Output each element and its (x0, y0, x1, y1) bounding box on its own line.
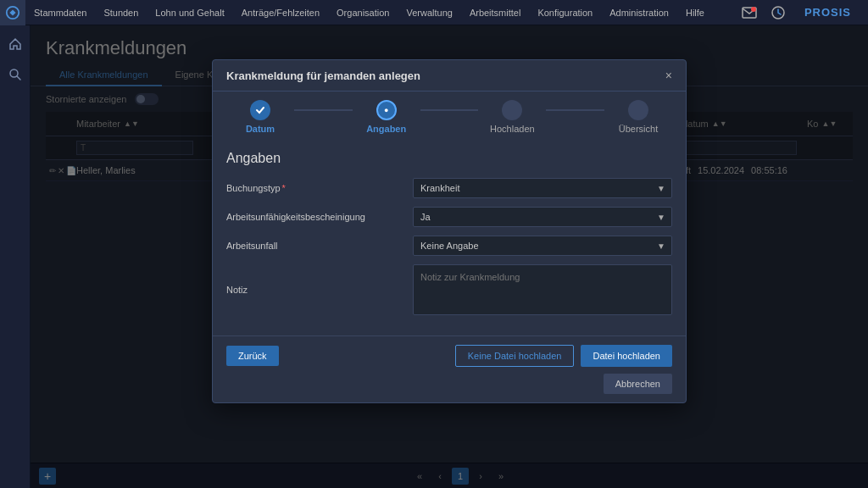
notiz-textarea[interactable] (413, 264, 672, 315)
select-au[interactable]: Ja Nein (413, 207, 672, 227)
step-datum-label: Datum (246, 124, 275, 134)
modal-header: Krankmeldung für jemanden anlegen × (213, 60, 686, 92)
step-angaben-label: Angaben (366, 124, 406, 134)
step-uebersicht-dot[interactable] (628, 100, 648, 120)
label-notiz: Notiz (226, 285, 413, 295)
step-datum-dot[interactable] (250, 100, 270, 120)
modal-body: Angaben Buchungstyp Krankheit Unfall ▼ (213, 139, 686, 336)
sidebar-search-icon[interactable] (3, 63, 27, 86)
field-au: Arbeitsunfähigkeitsbescheinigung Ja Nein… (226, 207, 672, 227)
nav-hilfe[interactable]: Hilfe (677, 0, 713, 25)
back-button[interactable]: Zurück (226, 346, 279, 366)
svg-point-2 (751, 7, 756, 12)
step-line-3 (546, 109, 604, 111)
step-datum: Datum (226, 100, 294, 134)
modal-title: Krankmeldung für jemanden anlegen (226, 69, 420, 82)
select-arbeitsunfall-wrapper: Keine Angabe Ja Nein ▼ (413, 236, 672, 256)
select-au-wrapper: Ja Nein ▼ (413, 207, 672, 227)
cancel-button[interactable]: Abbrechen (604, 374, 672, 394)
nav-stunden[interactable]: Stunden (95, 0, 147, 25)
select-buchungstyp-wrapper: Krankheit Unfall ▼ (413, 178, 672, 198)
nav-stammdaten[interactable]: Stammdaten (25, 0, 95, 25)
nav-lohn[interactable]: Lohn und Gehalt (147, 0, 232, 25)
select-buchungstyp[interactable]: Krankheit Unfall (413, 178, 672, 198)
upload-button[interactable]: Datei hochladen (581, 345, 672, 367)
step-hochladen-label: Hochladen (490, 124, 535, 134)
step-hochladen: Hochladen (478, 100, 546, 134)
step-hochladen-dot[interactable] (502, 100, 522, 120)
nav-konfiguration[interactable]: Konfiguration (529, 0, 601, 25)
main-content: Krankmeldungen Alle Krankmeldungen Eigen… (31, 25, 868, 488)
brand-label: PROSIS (796, 6, 860, 19)
step-uebersicht-label: Übersicht (619, 124, 658, 134)
label-buchungstyp: Buchungstyp (226, 183, 413, 193)
modal-overlay: Krankmeldung für jemanden anlegen × Datu… (31, 25, 868, 488)
step-line-1 (294, 109, 353, 111)
label-au: Arbeitsunfähigkeitsbescheinigung (226, 212, 413, 222)
clock-icon[interactable] (767, 2, 789, 24)
modal-steps: Datum ● Angaben Hochladen (213, 92, 686, 139)
app-logo[interactable] (0, 0, 25, 25)
modal: Krankmeldung für jemanden anlegen × Datu… (212, 59, 687, 403)
sidebar (0, 25, 31, 488)
topnav-items: Stammdaten Stunden Lohn und Gehalt Anträ… (25, 0, 730, 25)
sidebar-home-icon[interactable] (3, 32, 27, 56)
step-line-2 (420, 109, 479, 111)
mail-icon[interactable] (738, 2, 760, 24)
field-buchungstyp: Buchungstyp Krankheit Unfall ▼ (226, 178, 672, 198)
step-angaben: ● Angaben (353, 100, 420, 134)
nav-organisation[interactable]: Organisation (328, 0, 398, 25)
nav-administration[interactable]: Administration (601, 0, 677, 25)
nav-arbeitsmittel[interactable]: Arbeitsmittel (461, 0, 530, 25)
modal-footer: Zurück Keine Datei hochladen Datei hochl… (213, 336, 686, 402)
step-uebersicht: Übersicht (604, 100, 672, 134)
no-file-button[interactable]: Keine Datei hochladen (455, 345, 575, 367)
nav-antraege[interactable]: Anträge/Fehlzeiten (233, 0, 328, 25)
field-arbeitsunfall: Arbeitsunfall Keine Angabe Ja Nein ▼ (226, 236, 672, 256)
step-angaben-dot[interactable]: ● (376, 100, 397, 120)
nav-verwaltung[interactable]: Verwaltung (398, 0, 460, 25)
modal-close-button[interactable]: × (665, 69, 672, 82)
label-arbeitsunfall: Arbeitsunfall (226, 241, 413, 251)
field-notiz: Notiz (226, 264, 672, 315)
select-arbeitsunfall[interactable]: Keine Angabe Ja Nein (413, 236, 672, 256)
section-title: Angaben (226, 151, 672, 166)
